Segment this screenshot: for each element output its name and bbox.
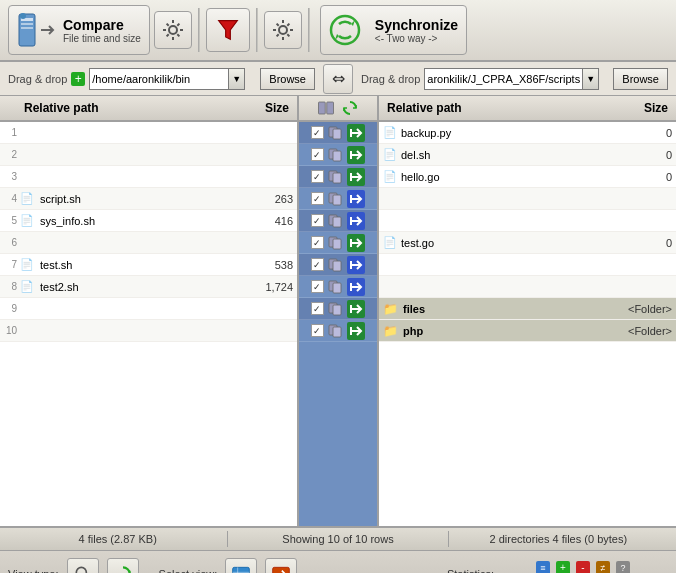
select-view-btn-2[interactable] bbox=[265, 558, 297, 573]
sync-sub: <- Two way -> bbox=[375, 33, 458, 44]
separator-2 bbox=[256, 8, 258, 52]
row-checkbox[interactable]: ✓ bbox=[311, 192, 324, 205]
sync-arrow-icon[interactable] bbox=[346, 277, 366, 297]
synchronize-button[interactable]: Synchronize <- Two way -> bbox=[320, 5, 467, 55]
copy-left-icon[interactable] bbox=[327, 169, 343, 185]
table-row[interactable] bbox=[379, 210, 676, 232]
row-checkbox[interactable]: ✓ bbox=[311, 170, 324, 183]
middle-panel: ✓ ✓ ✓ ✓ ✓ ✓ ✓ ✓ bbox=[298, 96, 378, 526]
swap-paths-button[interactable]: ⇔ bbox=[323, 64, 353, 94]
svg-rect-3 bbox=[21, 27, 33, 29]
left-path-section: Drag & drop + /home/aaronkilik/bin ▼ Bro… bbox=[8, 68, 315, 90]
sync-arrow-icon[interactable] bbox=[346, 189, 366, 209]
table-row[interactable]: 7📄test.sh538 bbox=[0, 254, 297, 276]
middle-header bbox=[299, 96, 377, 122]
copy-left-icon[interactable] bbox=[327, 213, 343, 229]
table-row[interactable]: 📁php<Folder> bbox=[379, 320, 676, 342]
middle-rows: ✓ ✓ ✓ ✓ ✓ ✓ ✓ ✓ bbox=[299, 122, 377, 342]
select-view-btn-1[interactable] bbox=[225, 558, 257, 573]
table-row[interactable]: 📄backup.py0 bbox=[379, 122, 676, 144]
stat-icon-4: ≠ bbox=[595, 560, 611, 574]
middle-row: ✓ bbox=[299, 276, 377, 298]
svg-text:-: - bbox=[581, 562, 584, 573]
stat-icon-5: ? bbox=[615, 560, 631, 574]
right-browse-button[interactable]: Browse bbox=[613, 68, 668, 90]
copy-left-icon[interactable] bbox=[327, 191, 343, 207]
middle-row: ✓ bbox=[299, 254, 377, 276]
table-row[interactable]: 2 bbox=[0, 144, 297, 166]
row-checkbox[interactable]: ✓ bbox=[311, 148, 324, 161]
sync-arrow-icon[interactable] bbox=[346, 299, 366, 319]
middle-refresh-icon[interactable] bbox=[341, 99, 359, 117]
settings-button-2[interactable] bbox=[264, 11, 302, 49]
view-type-btn-2[interactable] bbox=[107, 558, 139, 573]
right-path-dropdown-arrow[interactable]: ▼ bbox=[583, 68, 599, 90]
sync-arrow-icon[interactable] bbox=[346, 145, 366, 165]
left-browse-button[interactable]: Browse bbox=[260, 68, 315, 90]
sync-arrow-icon[interactable] bbox=[346, 233, 366, 253]
svg-rect-9 bbox=[327, 102, 334, 114]
gear-icon-2 bbox=[271, 18, 295, 42]
sync-icon bbox=[329, 10, 369, 50]
left-col-size-header: Size bbox=[233, 101, 293, 115]
table-row[interactable] bbox=[379, 276, 676, 298]
row-checkbox[interactable]: ✓ bbox=[311, 236, 324, 249]
copy-left-icon[interactable] bbox=[327, 147, 343, 163]
list-view-icon bbox=[231, 564, 251, 573]
svg-point-40 bbox=[76, 567, 86, 573]
row-checkbox[interactable]: ✓ bbox=[311, 258, 324, 271]
stat-icon-3: - bbox=[575, 560, 591, 574]
table-row[interactable] bbox=[379, 188, 676, 210]
left-drag-drop-label: Drag & drop bbox=[8, 73, 67, 85]
table-row[interactable]: 5📄sys_info.sh416 bbox=[0, 210, 297, 232]
copy-left-icon[interactable] bbox=[327, 323, 343, 339]
table-row[interactable]: 📄test.go0 bbox=[379, 232, 676, 254]
svg-rect-35 bbox=[333, 305, 341, 315]
row-checkbox[interactable]: ✓ bbox=[311, 280, 324, 293]
row-checkbox[interactable]: ✓ bbox=[311, 214, 324, 227]
left-add-icon[interactable]: + bbox=[71, 72, 85, 86]
left-path-dropdown-arrow[interactable]: ▼ bbox=[229, 68, 245, 90]
table-row[interactable]: 📄del.sh0 bbox=[379, 144, 676, 166]
middle-row: ✓ bbox=[299, 188, 377, 210]
sync-arrow-icon[interactable] bbox=[346, 167, 366, 187]
copy-left-icon[interactable] bbox=[327, 235, 343, 251]
filter-button[interactable] bbox=[206, 8, 250, 52]
table-row[interactable]: 8📄test2.sh1,724 bbox=[0, 276, 297, 298]
copy-left-icon[interactable] bbox=[327, 279, 343, 295]
copy-left-icon[interactable] bbox=[327, 257, 343, 273]
table-row[interactable]: 📄hello.go0 bbox=[379, 166, 676, 188]
middle-compare-icon bbox=[317, 99, 335, 117]
row-checkbox[interactable]: ✓ bbox=[311, 324, 324, 337]
copy-left-icon[interactable] bbox=[327, 125, 343, 141]
table-row[interactable]: 3 bbox=[0, 166, 297, 188]
sync-arrow-icon[interactable] bbox=[346, 255, 366, 275]
compare-button[interactable]: Compare File time and size bbox=[8, 5, 150, 55]
filter-icon bbox=[214, 16, 242, 44]
right-path-input[interactable]: aronkilik/J_CPRA_X86F/scripts bbox=[424, 68, 583, 90]
table-row[interactable]: 1 bbox=[0, 122, 297, 144]
middle-row: ✓ bbox=[299, 144, 377, 166]
copy-left-icon[interactable] bbox=[327, 301, 343, 317]
sync-arrow-icon[interactable] bbox=[346, 321, 366, 341]
table-row[interactable]: 9 bbox=[0, 298, 297, 320]
table-row[interactable] bbox=[379, 254, 676, 276]
row-checkbox[interactable]: ✓ bbox=[311, 302, 324, 315]
stat-icon-1: ≡ bbox=[535, 560, 551, 574]
svg-point-4 bbox=[20, 13, 26, 19]
table-row[interactable]: 4📄script.sh263 bbox=[0, 188, 297, 210]
view-type-label: View type: bbox=[8, 568, 59, 573]
svg-rect-32 bbox=[333, 283, 341, 293]
view-type-btn-1[interactable] bbox=[67, 558, 99, 573]
sync-arrow-icon[interactable] bbox=[346, 211, 366, 231]
table-row[interactable]: 6 bbox=[0, 232, 297, 254]
table-row[interactable]: 10 bbox=[0, 320, 297, 342]
compare-title: Compare bbox=[63, 17, 141, 33]
sync-arrow-icon[interactable] bbox=[346, 123, 366, 143]
settings-button[interactable] bbox=[154, 11, 192, 49]
left-path-input[interactable]: /home/aaronkilik/bin bbox=[89, 68, 229, 90]
row-checkbox[interactable]: ✓ bbox=[311, 126, 324, 139]
refresh-icon bbox=[113, 564, 133, 573]
left-panel: Relative path Size 1 2 3 4📄script.sh263 … bbox=[0, 96, 298, 526]
table-row[interactable]: 📁files<Folder> bbox=[379, 298, 676, 320]
